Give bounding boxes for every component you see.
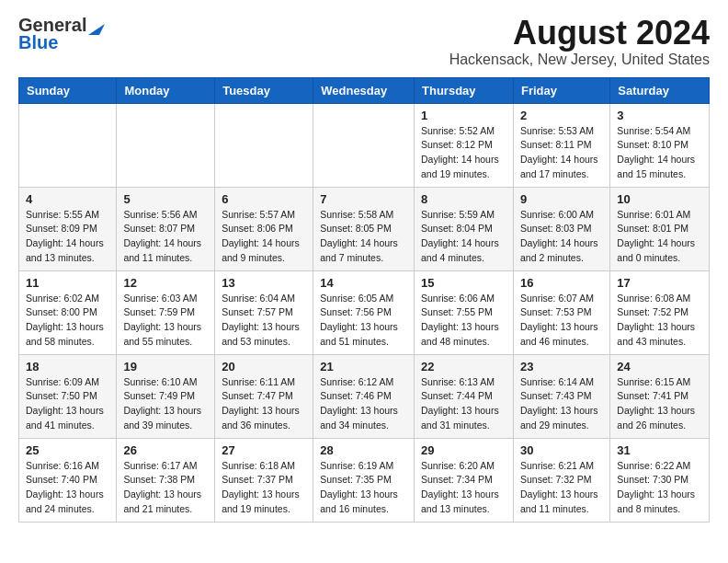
day-number: 2 xyxy=(520,109,603,122)
calendar-cell: 21Sunrise: 6:12 AMSunset: 7:46 PMDayligh… xyxy=(313,354,415,438)
day-info: Sunrise: 5:54 AMSunset: 8:10 PMDaylight:… xyxy=(617,124,702,182)
calendar-cell: 12Sunrise: 6:03 AMSunset: 7:59 PMDayligh… xyxy=(117,270,215,354)
week-row-4: 18Sunrise: 6:09 AMSunset: 7:50 PMDayligh… xyxy=(19,354,710,438)
day-info: Sunrise: 5:52 AMSunset: 8:12 PMDaylight:… xyxy=(421,124,506,182)
day-number: 12 xyxy=(123,276,208,290)
weekday-header-saturday: Saturday xyxy=(610,77,710,103)
calendar-cell: 30Sunrise: 6:21 AMSunset: 7:32 PMDayligh… xyxy=(513,438,609,522)
location-title: Hackensack, New Jersey, United States xyxy=(449,52,710,68)
day-number: 8 xyxy=(421,192,506,206)
calendar-cell: 26Sunrise: 6:17 AMSunset: 7:38 PMDayligh… xyxy=(117,438,215,522)
calendar-cell: 28Sunrise: 6:19 AMSunset: 7:35 PMDayligh… xyxy=(313,438,415,522)
day-number: 18 xyxy=(26,360,109,373)
calendar-cell: 29Sunrise: 6:20 AMSunset: 7:34 PMDayligh… xyxy=(415,438,514,522)
weekday-header-row: SundayMondayTuesdayWednesdayThursdayFrid… xyxy=(19,77,710,103)
calendar-cell xyxy=(313,103,415,187)
day-number: 24 xyxy=(617,360,702,373)
day-number: 4 xyxy=(26,192,109,206)
day-number: 10 xyxy=(617,192,702,206)
day-number: 21 xyxy=(320,360,407,373)
calendar-cell: 2Sunrise: 5:53 AMSunset: 8:11 PMDaylight… xyxy=(513,103,609,187)
title-block: August 2024 Hackensack, New Jersey, Unit… xyxy=(449,15,710,68)
logo: General Blue xyxy=(18,15,105,53)
day-info: Sunrise: 6:08 AMSunset: 7:52 PMDaylight:… xyxy=(617,292,702,350)
day-number: 26 xyxy=(123,443,208,457)
calendar-cell: 14Sunrise: 6:05 AMSunset: 7:56 PMDayligh… xyxy=(313,270,415,354)
calendar-cell: 11Sunrise: 6:02 AMSunset: 8:00 PMDayligh… xyxy=(19,270,117,354)
day-info: Sunrise: 6:15 AMSunset: 7:41 PMDaylight:… xyxy=(617,375,702,433)
calendar-cell xyxy=(117,103,215,187)
calendar-cell: 31Sunrise: 6:22 AMSunset: 7:30 PMDayligh… xyxy=(610,438,710,522)
calendar-cell xyxy=(19,103,117,187)
calendar-cell: 19Sunrise: 6:10 AMSunset: 7:49 PMDayligh… xyxy=(117,354,215,438)
calendar-cell: 13Sunrise: 6:04 AMSunset: 7:57 PMDayligh… xyxy=(215,270,313,354)
day-number: 22 xyxy=(421,360,506,373)
day-number: 28 xyxy=(320,443,407,457)
month-title: August 2024 xyxy=(449,15,710,52)
calendar-cell: 23Sunrise: 6:14 AMSunset: 7:43 PMDayligh… xyxy=(513,354,609,438)
day-info: Sunrise: 6:18 AMSunset: 7:37 PMDaylight:… xyxy=(222,459,306,517)
calendar-cell: 9Sunrise: 6:00 AMSunset: 8:03 PMDaylight… xyxy=(513,187,609,270)
day-info: Sunrise: 6:01 AMSunset: 8:01 PMDaylight:… xyxy=(617,208,702,266)
calendar-table: SundayMondayTuesdayWednesdayThursdayFrid… xyxy=(18,77,710,523)
week-row-3: 11Sunrise: 6:02 AMSunset: 8:00 PMDayligh… xyxy=(19,270,710,354)
day-info: Sunrise: 6:00 AMSunset: 8:03 PMDaylight:… xyxy=(520,208,603,266)
day-number: 19 xyxy=(123,360,208,373)
day-info: Sunrise: 6:17 AMSunset: 7:38 PMDaylight:… xyxy=(123,459,208,517)
calendar-cell: 15Sunrise: 6:06 AMSunset: 7:55 PMDayligh… xyxy=(415,270,514,354)
day-info: Sunrise: 5:55 AMSunset: 8:09 PMDaylight:… xyxy=(26,208,109,266)
calendar-cell: 5Sunrise: 5:56 AMSunset: 8:07 PMDaylight… xyxy=(117,187,215,270)
day-number: 23 xyxy=(520,360,603,373)
calendar-cell: 1Sunrise: 5:52 AMSunset: 8:12 PMDaylight… xyxy=(415,103,514,187)
header-section: General Blue August 2024 Hackensack, New… xyxy=(18,15,710,68)
calendar-cell: 18Sunrise: 6:09 AMSunset: 7:50 PMDayligh… xyxy=(19,354,117,438)
weekday-header-wednesday: Wednesday xyxy=(313,77,415,103)
day-number: 29 xyxy=(421,443,506,457)
calendar-cell: 25Sunrise: 6:16 AMSunset: 7:40 PMDayligh… xyxy=(19,438,117,522)
day-number: 7 xyxy=(320,192,407,206)
day-number: 25 xyxy=(26,443,109,457)
day-info: Sunrise: 6:19 AMSunset: 7:35 PMDaylight:… xyxy=(320,459,407,517)
day-info: Sunrise: 6:11 AMSunset: 7:47 PMDaylight:… xyxy=(222,375,306,433)
day-info: Sunrise: 6:02 AMSunset: 8:00 PMDaylight:… xyxy=(26,292,109,350)
weekday-header-tuesday: Tuesday xyxy=(215,77,313,103)
day-info: Sunrise: 5:53 AMSunset: 8:11 PMDaylight:… xyxy=(520,124,603,182)
calendar-cell: 4Sunrise: 5:55 AMSunset: 8:09 PMDaylight… xyxy=(19,187,117,270)
day-info: Sunrise: 6:12 AMSunset: 7:46 PMDaylight:… xyxy=(320,375,407,433)
weekday-header-friday: Friday xyxy=(513,77,609,103)
day-number: 30 xyxy=(520,443,603,457)
svg-marker-0 xyxy=(88,24,105,35)
logo-bird-icon xyxy=(88,17,105,35)
calendar-cell: 17Sunrise: 6:08 AMSunset: 7:52 PMDayligh… xyxy=(610,270,710,354)
calendar-cell: 24Sunrise: 6:15 AMSunset: 7:41 PMDayligh… xyxy=(610,354,710,438)
logo-blue: Blue xyxy=(18,32,58,53)
day-info: Sunrise: 5:57 AMSunset: 8:06 PMDaylight:… xyxy=(222,208,306,266)
day-info: Sunrise: 6:09 AMSunset: 7:50 PMDaylight:… xyxy=(26,375,109,433)
day-number: 9 xyxy=(520,192,603,206)
day-info: Sunrise: 5:59 AMSunset: 8:04 PMDaylight:… xyxy=(421,208,506,266)
day-info: Sunrise: 5:58 AMSunset: 8:05 PMDaylight:… xyxy=(320,208,407,266)
day-info: Sunrise: 6:07 AMSunset: 7:53 PMDaylight:… xyxy=(520,292,603,350)
day-number: 1 xyxy=(421,109,506,122)
day-info: Sunrise: 6:06 AMSunset: 7:55 PMDaylight:… xyxy=(421,292,506,350)
day-number: 3 xyxy=(617,109,702,122)
day-info: Sunrise: 6:04 AMSunset: 7:57 PMDaylight:… xyxy=(222,292,306,350)
day-info: Sunrise: 6:10 AMSunset: 7:49 PMDaylight:… xyxy=(123,375,208,433)
day-info: Sunrise: 6:13 AMSunset: 7:44 PMDaylight:… xyxy=(421,375,506,433)
day-number: 5 xyxy=(123,192,208,206)
week-row-5: 25Sunrise: 6:16 AMSunset: 7:40 PMDayligh… xyxy=(19,438,710,522)
calendar-cell: 16Sunrise: 6:07 AMSunset: 7:53 PMDayligh… xyxy=(513,270,609,354)
week-row-2: 4Sunrise: 5:55 AMSunset: 8:09 PMDaylight… xyxy=(19,187,710,270)
calendar-cell: 6Sunrise: 5:57 AMSunset: 8:06 PMDaylight… xyxy=(215,187,313,270)
weekday-header-sunday: Sunday xyxy=(19,77,117,103)
day-number: 6 xyxy=(222,192,306,206)
day-number: 14 xyxy=(320,276,407,290)
calendar-cell: 8Sunrise: 5:59 AMSunset: 8:04 PMDaylight… xyxy=(415,187,514,270)
day-number: 13 xyxy=(222,276,306,290)
week-row-1: 1Sunrise: 5:52 AMSunset: 8:12 PMDaylight… xyxy=(19,103,710,187)
day-number: 16 xyxy=(520,276,603,290)
day-info: Sunrise: 6:03 AMSunset: 7:59 PMDaylight:… xyxy=(123,292,208,350)
day-number: 31 xyxy=(617,443,702,457)
weekday-header-monday: Monday xyxy=(117,77,215,103)
day-info: Sunrise: 6:20 AMSunset: 7:34 PMDaylight:… xyxy=(421,459,506,517)
